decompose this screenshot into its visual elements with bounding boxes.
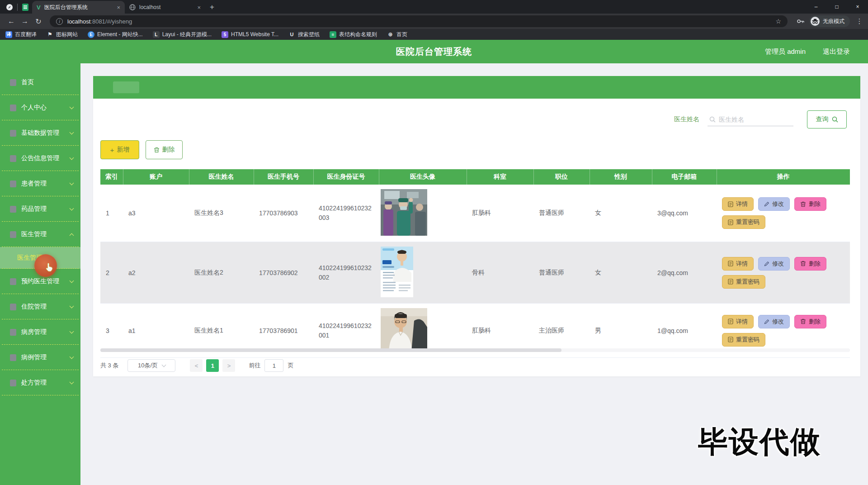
pinned-tab-sheets[interactable]	[19, 1, 32, 14]
pinned-tab-compass[interactable]	[3, 1, 16, 14]
table-row: 2 a2 医生姓名2 17703786902 41022419961023200…	[100, 242, 850, 304]
back-icon[interactable]: ←	[5, 17, 18, 25]
medicine-icon	[10, 206, 16, 213]
document-icon	[728, 219, 733, 225]
delete-button[interactable]: 删除	[794, 197, 826, 211]
sidebar-item-home[interactable]: 首页	[0, 70, 80, 95]
window-maximize-button[interactable]: □	[826, 0, 847, 14]
tab-close-icon[interactable]: ×	[117, 4, 120, 11]
column-header: 操作	[717, 169, 850, 185]
pagination: 共 3 条 10条/页 < 1 > 前往 页	[100, 359, 293, 372]
sidebar-item-patient[interactable]: 患者管理	[0, 171, 80, 196]
add-button[interactable]: + 新增	[100, 140, 139, 159]
chevron-down-icon	[70, 206, 74, 211]
reset-password-button-label: 重置密码	[736, 218, 760, 226]
search-text-field[interactable]	[719, 116, 787, 123]
reset-password-button[interactable]: 重置密码	[722, 333, 765, 347]
site-info-icon[interactable]: i	[56, 18, 63, 25]
document-icon	[728, 201, 733, 207]
page-1-button[interactable]: 1	[206, 359, 219, 372]
bookmark-star-icon[interactable]: ☆	[775, 18, 781, 25]
delete-button-label: 删除	[809, 200, 821, 208]
column-header: 性别	[590, 169, 652, 185]
sidebar-item-label: 基础数据管理	[21, 129, 70, 137]
edit-button[interactable]: 修改	[758, 197, 790, 211]
bookmark-homepage[interactable]: ⊕首页	[387, 31, 407, 38]
sidebar-item-ward[interactable]: 病房管理	[0, 319, 80, 345]
sidebar-item-case[interactable]: 病例管理	[0, 345, 80, 370]
click-indicator	[34, 254, 57, 277]
chevron-down-icon	[70, 156, 74, 160]
window-close-button[interactable]: ×	[847, 0, 868, 14]
doctor-table: 索引 账户 医生姓名 医生手机号 医生身份证号 医生头像 科室 职位 性别 电子…	[100, 169, 850, 358]
detail-button[interactable]: 详情	[722, 197, 754, 211]
new-tab-button[interactable]: +	[205, 1, 219, 14]
cell-id-card: 410224199610232003	[313, 185, 379, 242]
tab-separator	[17, 4, 18, 11]
query-button[interactable]: 查询	[807, 110, 847, 128]
admin-user-label[interactable]: 管理员 admin	[765, 48, 806, 56]
next-page-button[interactable]: >	[222, 359, 235, 372]
detail-button[interactable]: 详情	[722, 257, 754, 271]
reset-password-button[interactable]: 重置密码	[722, 275, 765, 289]
browser-menu-icon[interactable]: ⋮	[855, 17, 863, 25]
horizontal-scrollbar[interactable]	[100, 348, 850, 352]
search-input[interactable]	[708, 113, 793, 126]
case-icon	[10, 354, 16, 361]
column-header: 医生姓名	[189, 169, 254, 185]
sidebar-item-prescription[interactable]: 处方管理	[0, 370, 80, 395]
forward-icon[interactable]: →	[18, 17, 32, 25]
edit-button-label: 修改	[772, 260, 784, 268]
delete-button[interactable]: 删除	[794, 315, 826, 328]
sidebar-item-hospitalization[interactable]: 住院管理	[0, 294, 80, 319]
bookmark-table-naming[interactable]: ≡表结构命名规则	[330, 31, 377, 38]
megaphone-icon	[10, 155, 16, 162]
tab-close-icon[interactable]: ×	[197, 4, 201, 11]
bookmark-label: HTML5 Website T...	[231, 31, 278, 38]
bookmark-icon-site[interactable]: ⚑图标网站	[47, 31, 78, 38]
address-bar[interactable]: i localhost :8081/#/yisheng ☆	[50, 15, 788, 27]
bookmark-element[interactable]: EElement - 网站快...	[88, 31, 143, 38]
prev-page-button[interactable]: <	[190, 359, 203, 372]
cell-gender: 女	[590, 185, 652, 242]
column-header: 医生手机号	[254, 169, 313, 185]
sidebar-item-label: 个人中心	[21, 104, 70, 112]
column-header: 电子邮箱	[652, 169, 717, 185]
bookmark-html5-template[interactable]: 5HTML5 Website T...	[222, 31, 278, 38]
calendar-icon	[10, 278, 16, 285]
bookmark-label: Layui - 经典开源模...	[162, 31, 212, 38]
logout-link[interactable]: 退出登录	[823, 48, 850, 56]
delete-button-label: 删除	[809, 260, 821, 268]
bookmark-baidu-translate[interactable]: 译百度翻译	[5, 31, 37, 38]
hand-cursor-icon	[45, 262, 54, 272]
scrollbar-thumb[interactable]	[100, 348, 561, 352]
sidebar-item-doctor[interactable]: 医生管理	[0, 222, 80, 247]
incognito-label: 无痕模式	[823, 18, 844, 25]
bookmarks-bar: 译百度翻译 ⚑图标网站 EElement - 网站快... LLayui - 经…	[0, 29, 868, 40]
edit-button[interactable]: 修改	[758, 315, 790, 328]
sidebar-item-basic-data[interactable]: 基础数据管理	[0, 120, 80, 146]
delete-button[interactable]: 删除	[794, 257, 826, 271]
batch-delete-button[interactable]: 删除	[146, 140, 183, 159]
browser-tab-localhost[interactable]: localhost ×	[125, 1, 205, 14]
reset-password-button[interactable]: 重置密码	[722, 215, 765, 229]
window-minimize-button[interactable]: –	[806, 0, 826, 14]
reload-icon[interactable]: ↻	[32, 17, 45, 26]
bookmark-wallpaper-search[interactable]: U搜索壁纸	[288, 31, 320, 38]
browser-tab-strip: V 医院后台管理系统 × localhost × + – □ ×	[0, 0, 868, 14]
password-key-icon[interactable]	[797, 18, 805, 25]
column-header: 职位	[533, 169, 590, 185]
page-size-select[interactable]: 10条/页	[127, 359, 175, 372]
detail-button[interactable]: 详情	[722, 315, 754, 328]
browser-tab-active[interactable]: V 医院后台管理系统 ×	[32, 1, 125, 14]
sidebar-item-personal-center[interactable]: 个人中心	[0, 95, 80, 120]
cell-department: 骨科	[467, 242, 533, 304]
goto-page-input[interactable]	[264, 359, 283, 372]
edit-button[interactable]: 修改	[758, 257, 790, 271]
search-icon	[709, 116, 716, 123]
chevron-down-icon	[70, 329, 74, 334]
bookmark-layui[interactable]: LLayui - 经典开源模...	[153, 31, 212, 38]
sidebar-item-announcement[interactable]: 公告信息管理	[0, 146, 80, 171]
sidebar-item-medicine[interactable]: 药品管理	[0, 196, 80, 222]
database-icon	[10, 130, 16, 137]
